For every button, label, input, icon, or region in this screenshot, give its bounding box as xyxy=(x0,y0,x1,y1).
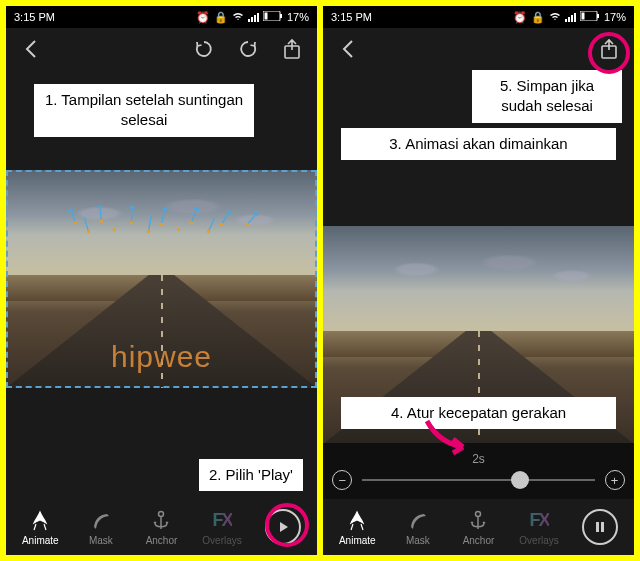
undo-button[interactable] xyxy=(193,38,215,60)
alarm-icon: ⏰ xyxy=(513,11,527,24)
svg-point-5 xyxy=(100,219,103,222)
status-time: 3:15 PM xyxy=(331,11,372,23)
callout-5: 5. Simpan jika sudah selesai xyxy=(472,70,622,123)
speed-slider[interactable] xyxy=(362,479,594,481)
speed-increase-button[interactable]: + xyxy=(605,470,625,490)
tab-overlays[interactable]: FX Overlays xyxy=(509,509,570,546)
pause-icon xyxy=(582,509,618,545)
svg-point-16 xyxy=(159,511,164,516)
svg-point-9 xyxy=(220,223,223,226)
bottom-tabs: Animate Mask Anchor FX Overlays xyxy=(323,499,634,555)
animate-icon xyxy=(345,509,369,533)
svg-rect-23 xyxy=(601,522,604,532)
callout-2: 2. Pilih 'Play' xyxy=(199,459,303,491)
top-bar xyxy=(323,28,634,70)
svg-point-15 xyxy=(177,228,180,231)
portrait-lock-icon: 🔒 xyxy=(531,11,545,24)
phone-left: 3:15 PM ⏰ 🔒 17% 1. Tampilan xyxy=(6,6,317,555)
tab-label: Overlays xyxy=(519,535,558,546)
svg-point-7 xyxy=(160,223,163,226)
alarm-icon: ⏰ xyxy=(196,11,210,24)
wifi-icon xyxy=(232,11,244,23)
svg-point-14 xyxy=(113,228,116,231)
motion-arrows-overlay xyxy=(37,180,286,240)
battery-percent: 17% xyxy=(604,11,626,23)
svg-rect-18 xyxy=(597,14,599,18)
battery-icon xyxy=(263,11,283,23)
svg-point-10 xyxy=(246,223,249,226)
back-button[interactable] xyxy=(337,38,359,60)
status-bar: 3:15 PM ⏰ 🔒 17% xyxy=(6,6,317,28)
tab-label: Mask xyxy=(406,535,430,546)
preview-image[interactable]: hipwee xyxy=(6,170,317,388)
mask-icon xyxy=(89,509,113,533)
callout-1: 1. Tampilan setelah suntingan selesai xyxy=(34,84,254,137)
status-time: 3:15 PM xyxy=(14,11,55,23)
callout-3: 3. Animasi akan dimainkan xyxy=(341,128,616,160)
battery-percent: 17% xyxy=(287,11,309,23)
slider-knob[interactable] xyxy=(511,471,529,489)
play-icon xyxy=(265,509,301,545)
svg-point-6 xyxy=(130,221,133,224)
svg-point-4 xyxy=(74,221,77,224)
tab-anchor[interactable]: Anchor xyxy=(131,509,192,546)
tab-label: Animate xyxy=(22,535,59,546)
tab-mask[interactable]: Mask xyxy=(388,509,449,546)
watermark-text: hipwee xyxy=(111,340,212,374)
tab-overlays[interactable]: FX Overlays xyxy=(192,509,253,546)
tab-animate[interactable]: Animate xyxy=(10,509,71,546)
play-button[interactable] xyxy=(252,509,313,545)
svg-point-12 xyxy=(147,230,150,233)
portrait-lock-icon: 🔒 xyxy=(214,11,228,24)
battery-icon xyxy=(580,11,600,23)
arrow-annotation xyxy=(419,417,479,461)
tab-animate[interactable]: Animate xyxy=(327,509,388,546)
svg-rect-2 xyxy=(264,13,267,20)
redo-button[interactable] xyxy=(237,38,259,60)
tab-label: Anchor xyxy=(146,535,178,546)
tab-mask[interactable]: Mask xyxy=(71,509,132,546)
overlays-icon: FX xyxy=(530,509,549,533)
share-button[interactable] xyxy=(281,38,303,60)
svg-rect-19 xyxy=(581,13,584,20)
back-button[interactable] xyxy=(20,38,42,60)
tab-label: Overlays xyxy=(202,535,241,546)
signal-icon xyxy=(248,13,259,22)
anchor-icon xyxy=(149,509,173,533)
wifi-icon xyxy=(549,11,561,23)
tab-label: Mask xyxy=(89,535,113,546)
overlays-icon: FX xyxy=(213,509,232,533)
status-bar: 3:15 PM ⏰ 🔒 17% xyxy=(323,6,634,28)
tab-label: Anchor xyxy=(463,535,495,546)
svg-rect-22 xyxy=(596,522,599,532)
tab-anchor[interactable]: Anchor xyxy=(448,509,509,546)
svg-point-21 xyxy=(476,511,481,516)
svg-point-13 xyxy=(207,230,210,233)
pause-button[interactable] xyxy=(569,509,630,545)
tab-label: Animate xyxy=(339,535,376,546)
signal-icon xyxy=(565,13,576,22)
anchor-icon xyxy=(466,509,490,533)
svg-point-11 xyxy=(87,230,90,233)
share-button[interactable] xyxy=(598,38,620,60)
svg-rect-1 xyxy=(280,14,282,18)
animate-icon xyxy=(28,509,52,533)
speed-decrease-button[interactable]: − xyxy=(332,470,352,490)
svg-point-8 xyxy=(190,221,193,224)
mask-icon xyxy=(406,509,430,533)
bottom-tabs: Animate Mask Anchor FX Overlays xyxy=(6,499,317,555)
phone-right: 3:15 PM ⏰ 🔒 17% 5. Simpan jika sudah sel… xyxy=(323,6,634,555)
top-bar xyxy=(6,28,317,70)
